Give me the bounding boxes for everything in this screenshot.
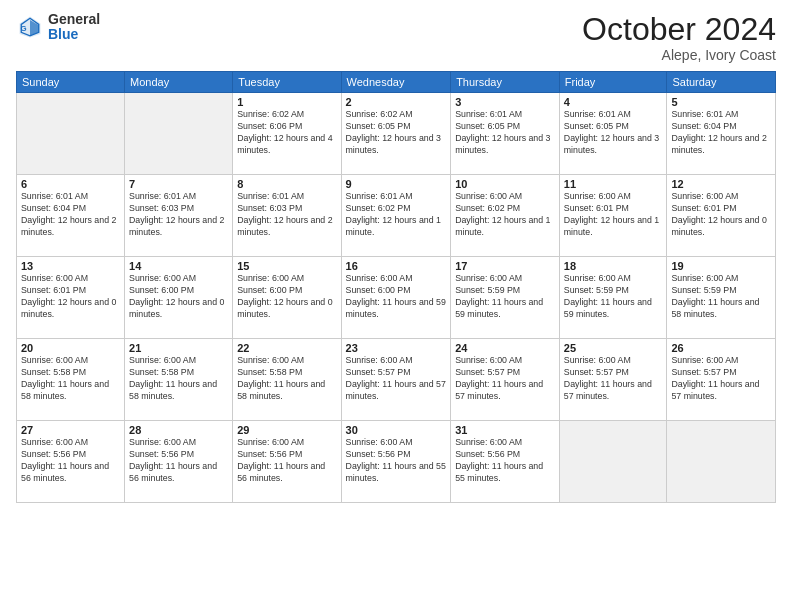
day-info: Sunrise: 6:00 AM Sunset: 5:56 PM Dayligh… <box>21 437 120 485</box>
day-number: 6 <box>21 178 120 190</box>
calendar-cell: 14Sunrise: 6:00 AM Sunset: 6:00 PM Dayli… <box>125 257 233 339</box>
day-info: Sunrise: 6:00 AM Sunset: 6:00 PM Dayligh… <box>129 273 228 321</box>
day-number: 15 <box>237 260 336 272</box>
day-info: Sunrise: 6:00 AM Sunset: 6:00 PM Dayligh… <box>346 273 447 321</box>
calendar-cell: 10Sunrise: 6:00 AM Sunset: 6:02 PM Dayli… <box>451 175 560 257</box>
calendar-cell: 25Sunrise: 6:00 AM Sunset: 5:57 PM Dayli… <box>559 339 667 421</box>
calendar-cell: 15Sunrise: 6:00 AM Sunset: 6:00 PM Dayli… <box>233 257 341 339</box>
calendar-cell: 7Sunrise: 6:01 AM Sunset: 6:03 PM Daylig… <box>125 175 233 257</box>
logo-general-text: General <box>48 12 100 27</box>
calendar-cell: 4Sunrise: 6:01 AM Sunset: 6:05 PM Daylig… <box>559 93 667 175</box>
day-number: 24 <box>455 342 555 354</box>
calendar-cell: 1Sunrise: 6:02 AM Sunset: 6:06 PM Daylig… <box>233 93 341 175</box>
logo-text: General Blue <box>48 12 100 43</box>
day-number: 14 <box>129 260 228 272</box>
day-number: 8 <box>237 178 336 190</box>
weekday-header-tuesday: Tuesday <box>233 72 341 93</box>
calendar-cell: 27Sunrise: 6:00 AM Sunset: 5:56 PM Dayli… <box>17 421 125 503</box>
calendar-week-row: 20Sunrise: 6:00 AM Sunset: 5:58 PM Dayli… <box>17 339 776 421</box>
calendar-cell: 3Sunrise: 6:01 AM Sunset: 6:05 PM Daylig… <box>451 93 560 175</box>
day-info: Sunrise: 6:01 AM Sunset: 6:04 PM Dayligh… <box>21 191 120 239</box>
calendar-cell: 18Sunrise: 6:00 AM Sunset: 5:59 PM Dayli… <box>559 257 667 339</box>
day-info: Sunrise: 6:00 AM Sunset: 5:59 PM Dayligh… <box>564 273 663 321</box>
day-number: 29 <box>237 424 336 436</box>
calendar-cell: 21Sunrise: 6:00 AM Sunset: 5:58 PM Dayli… <box>125 339 233 421</box>
day-number: 5 <box>671 96 771 108</box>
day-info: Sunrise: 6:01 AM Sunset: 6:03 PM Dayligh… <box>237 191 336 239</box>
calendar-cell: 11Sunrise: 6:00 AM Sunset: 6:01 PM Dayli… <box>559 175 667 257</box>
calendar-cell: 29Sunrise: 6:00 AM Sunset: 5:56 PM Dayli… <box>233 421 341 503</box>
day-info: Sunrise: 6:00 AM Sunset: 5:58 PM Dayligh… <box>21 355 120 403</box>
page: G General Blue October 2024 Alepe, Ivory… <box>0 0 792 612</box>
logo-icon: G <box>16 13 44 41</box>
day-number: 17 <box>455 260 555 272</box>
day-info: Sunrise: 6:00 AM Sunset: 6:01 PM Dayligh… <box>564 191 663 239</box>
calendar-cell <box>17 93 125 175</box>
calendar-cell: 28Sunrise: 6:00 AM Sunset: 5:56 PM Dayli… <box>125 421 233 503</box>
title-block: October 2024 Alepe, Ivory Coast <box>582 12 776 63</box>
calendar-cell <box>559 421 667 503</box>
day-number: 19 <box>671 260 771 272</box>
weekday-header-sunday: Sunday <box>17 72 125 93</box>
day-number: 10 <box>455 178 555 190</box>
day-number: 21 <box>129 342 228 354</box>
header: G General Blue October 2024 Alepe, Ivory… <box>16 12 776 63</box>
calendar-cell: 13Sunrise: 6:00 AM Sunset: 6:01 PM Dayli… <box>17 257 125 339</box>
day-info: Sunrise: 6:02 AM Sunset: 6:06 PM Dayligh… <box>237 109 336 157</box>
day-number: 13 <box>21 260 120 272</box>
calendar-week-row: 13Sunrise: 6:00 AM Sunset: 6:01 PM Dayli… <box>17 257 776 339</box>
calendar-cell: 5Sunrise: 6:01 AM Sunset: 6:04 PM Daylig… <box>667 93 776 175</box>
calendar-cell: 31Sunrise: 6:00 AM Sunset: 5:56 PM Dayli… <box>451 421 560 503</box>
weekday-header-row: SundayMondayTuesdayWednesdayThursdayFrid… <box>17 72 776 93</box>
day-info: Sunrise: 6:02 AM Sunset: 6:05 PM Dayligh… <box>346 109 447 157</box>
calendar-cell: 20Sunrise: 6:00 AM Sunset: 5:58 PM Dayli… <box>17 339 125 421</box>
day-number: 2 <box>346 96 447 108</box>
day-number: 26 <box>671 342 771 354</box>
day-info: Sunrise: 6:01 AM Sunset: 6:04 PM Dayligh… <box>671 109 771 157</box>
day-info: Sunrise: 6:00 AM Sunset: 6:01 PM Dayligh… <box>671 191 771 239</box>
weekday-header-saturday: Saturday <box>667 72 776 93</box>
day-info: Sunrise: 6:00 AM Sunset: 5:57 PM Dayligh… <box>564 355 663 403</box>
calendar-cell: 30Sunrise: 6:00 AM Sunset: 5:56 PM Dayli… <box>341 421 451 503</box>
weekday-header-wednesday: Wednesday <box>341 72 451 93</box>
day-info: Sunrise: 6:00 AM Sunset: 5:59 PM Dayligh… <box>455 273 555 321</box>
day-info: Sunrise: 6:01 AM Sunset: 6:05 PM Dayligh… <box>455 109 555 157</box>
day-info: Sunrise: 6:01 AM Sunset: 6:03 PM Dayligh… <box>129 191 228 239</box>
day-info: Sunrise: 6:00 AM Sunset: 5:58 PM Dayligh… <box>129 355 228 403</box>
day-info: Sunrise: 6:00 AM Sunset: 5:56 PM Dayligh… <box>346 437 447 485</box>
calendar-week-row: 6Sunrise: 6:01 AM Sunset: 6:04 PM Daylig… <box>17 175 776 257</box>
weekday-header-thursday: Thursday <box>451 72 560 93</box>
calendar-cell <box>667 421 776 503</box>
day-info: Sunrise: 6:01 AM Sunset: 6:02 PM Dayligh… <box>346 191 447 239</box>
calendar-cell <box>125 93 233 175</box>
logo: G General Blue <box>16 12 100 43</box>
calendar-cell: 17Sunrise: 6:00 AM Sunset: 5:59 PM Dayli… <box>451 257 560 339</box>
day-number: 22 <box>237 342 336 354</box>
day-number: 11 <box>564 178 663 190</box>
day-number: 25 <box>564 342 663 354</box>
calendar-table: SundayMondayTuesdayWednesdayThursdayFrid… <box>16 71 776 503</box>
day-number: 1 <box>237 96 336 108</box>
day-info: Sunrise: 6:00 AM Sunset: 5:56 PM Dayligh… <box>237 437 336 485</box>
day-info: Sunrise: 6:00 AM Sunset: 5:56 PM Dayligh… <box>455 437 555 485</box>
calendar-week-row: 1Sunrise: 6:02 AM Sunset: 6:06 PM Daylig… <box>17 93 776 175</box>
day-number: 27 <box>21 424 120 436</box>
calendar-cell: 12Sunrise: 6:00 AM Sunset: 6:01 PM Dayli… <box>667 175 776 257</box>
day-number: 28 <box>129 424 228 436</box>
calendar-cell: 16Sunrise: 6:00 AM Sunset: 6:00 PM Dayli… <box>341 257 451 339</box>
day-number: 18 <box>564 260 663 272</box>
month-title: October 2024 <box>582 12 776 47</box>
day-number: 3 <box>455 96 555 108</box>
calendar-cell: 8Sunrise: 6:01 AM Sunset: 6:03 PM Daylig… <box>233 175 341 257</box>
day-number: 7 <box>129 178 228 190</box>
day-info: Sunrise: 6:00 AM Sunset: 5:57 PM Dayligh… <box>346 355 447 403</box>
calendar-week-row: 27Sunrise: 6:00 AM Sunset: 5:56 PM Dayli… <box>17 421 776 503</box>
day-info: Sunrise: 6:00 AM Sunset: 6:02 PM Dayligh… <box>455 191 555 239</box>
weekday-header-monday: Monday <box>125 72 233 93</box>
weekday-header-friday: Friday <box>559 72 667 93</box>
calendar-cell: 19Sunrise: 6:00 AM Sunset: 5:59 PM Dayli… <box>667 257 776 339</box>
svg-text:G: G <box>20 24 26 33</box>
day-info: Sunrise: 6:00 AM Sunset: 5:58 PM Dayligh… <box>237 355 336 403</box>
day-info: Sunrise: 6:00 AM Sunset: 5:56 PM Dayligh… <box>129 437 228 485</box>
calendar-cell: 24Sunrise: 6:00 AM Sunset: 5:57 PM Dayli… <box>451 339 560 421</box>
